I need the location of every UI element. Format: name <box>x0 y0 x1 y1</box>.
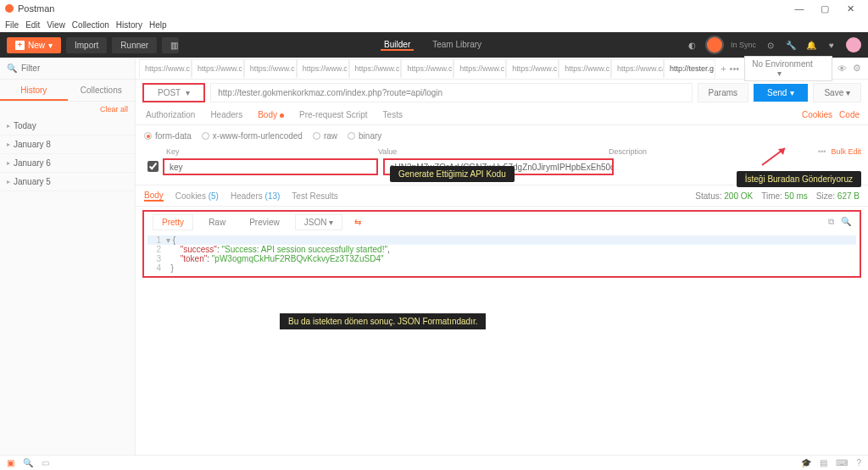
request-tab[interactable]: https://www.c <box>349 59 402 78</box>
viewer-preview[interactable]: Preview <box>241 215 288 229</box>
bootcamp-icon[interactable]: 🎓 <box>801 458 811 467</box>
menubar: File Edit View Collection History Help <box>0 17 868 32</box>
history-group[interactable]: ▸January 8 <box>0 135 135 154</box>
chevron-right-icon: ▸ <box>7 159 10 167</box>
key-input[interactable]: key <box>163 158 378 175</box>
request-tab[interactable]: https://www.c <box>192 59 244 78</box>
request-url-input[interactable] <box>210 83 692 102</box>
search-icon: 🔍 <box>7 64 17 73</box>
resp-tab-cookies[interactable]: Cookies (5) <box>175 191 219 201</box>
col-description: Description <box>609 147 818 156</box>
radio-raw[interactable]: raw <box>313 131 337 141</box>
response-body[interactable]: 1▾ { 2 "success": "Success: API session … <box>142 232 861 278</box>
sidebar-toggle-icon[interactable]: ▣ <box>7 458 14 467</box>
open-button[interactable]: ▥ <box>162 37 179 53</box>
subtab-headers[interactable]: Headers <box>209 110 244 119</box>
viewer-format-select[interactable]: JSON ▾ <box>295 214 342 230</box>
history-group[interactable]: ▸January 5 <box>0 173 135 191</box>
description-input[interactable] <box>614 165 861 169</box>
sidebar-tab-collections[interactable]: Collections <box>68 80 136 101</box>
history-group-today[interactable]: ▸Today <box>0 117 135 135</box>
chevron-down-icon: ▾ <box>777 69 782 78</box>
resp-tab-headers[interactable]: Headers (13) <box>231 191 280 201</box>
menu-collection[interactable]: Collection <box>72 20 109 30</box>
viewer-pretty[interactable]: Pretty <box>153 214 193 230</box>
more-icon[interactable]: ••• <box>818 147 826 156</box>
environment-select[interactable]: No Environment ▾ <box>744 56 832 81</box>
settings-icon[interactable]: 🔧 <box>785 39 797 51</box>
quicklook-icon[interactable]: 👁 <box>837 62 847 75</box>
help-icon[interactable]: ? <box>856 458 861 467</box>
status-label: Status: <box>695 191 721 201</box>
tab-builder[interactable]: Builder <box>381 40 414 51</box>
add-tab-button[interactable]: + <box>721 64 726 74</box>
bulk-edit-link[interactable]: Bulk Edit <box>831 147 861 156</box>
menu-file[interactable]: File <box>5 20 19 30</box>
http-method-select[interactable]: POST ▾ <box>142 83 205 102</box>
clear-all-link[interactable]: Clear all <box>0 102 135 117</box>
wrap-lines-icon[interactable]: ⇆ <box>354 218 361 227</box>
subtab-authorization[interactable]: Authorization <box>144 110 197 119</box>
subtab-tests[interactable]: Tests <box>381 110 404 119</box>
sidebar: 🔍 History Collections Clear all ▸Today ▸… <box>0 58 136 455</box>
request-tab[interactable]: https://www.c <box>506 59 559 78</box>
viewer-raw[interactable]: Raw <box>200 215 234 229</box>
subtab-body[interactable]: Body <box>256 110 286 119</box>
request-tab[interactable]: https://www.c <box>297 59 349 78</box>
code-link[interactable]: Code <box>839 110 860 119</box>
runner-button[interactable]: Runner <box>112 37 157 53</box>
fold-icon[interactable]: ▾ <box>166 235 170 245</box>
sidebar-tab-history[interactable]: History <box>0 80 68 101</box>
filter-input[interactable] <box>21 64 129 73</box>
search-response-icon[interactable]: 🔍 <box>841 217 851 227</box>
menu-help[interactable]: Help <box>149 20 167 30</box>
sync-icon[interactable]: ◐ <box>687 39 698 51</box>
menu-history[interactable]: History <box>116 20 142 30</box>
save-button[interactable]: Save ▾ <box>813 83 861 102</box>
find-icon[interactable]: 🔍 <box>23 458 33 467</box>
subtab-prerequest[interactable]: Pre-request Script <box>298 110 370 119</box>
statusbar: ▣ 🔍 ▭ 🎓 ▤ ⌨ ? <box>0 455 868 470</box>
history-group[interactable]: ▸January 6 <box>0 154 135 173</box>
copy-icon[interactable]: ⧉ <box>828 217 834 227</box>
params-button[interactable]: Params <box>698 83 748 102</box>
resp-tab-body[interactable]: Body <box>144 191 164 202</box>
radio-urlencoded[interactable]: x-www-form-urlencoded <box>202 131 303 141</box>
console-icon[interactable]: ▭ <box>42 458 49 467</box>
cookies-link[interactable]: Cookies <box>802 110 832 119</box>
radio-binary[interactable]: binary <box>348 131 381 141</box>
request-tab[interactable]: https://www.carme <box>611 59 664 78</box>
send-button[interactable]: Send▾ <box>754 84 808 102</box>
resp-tab-tests[interactable]: Test Results <box>292 191 337 201</box>
minimize-button[interactable]: — <box>787 3 812 14</box>
heart-icon[interactable]: ♥ <box>826 39 837 51</box>
request-tab[interactable]: https://www.c <box>453 59 506 78</box>
sync-label: In Sync <box>731 41 756 49</box>
row-checkbox[interactable] <box>147 161 159 172</box>
close-button[interactable]: ✕ <box>837 3 863 14</box>
tab-team-library[interactable]: Team Library <box>429 40 485 51</box>
chevron-down-icon: ▾ <box>846 88 850 97</box>
notifications-icon[interactable]: 🔔 <box>805 39 817 51</box>
layout-icon[interactable]: ▤ <box>820 458 827 467</box>
request-tab[interactable]: https://www.c <box>244 59 297 78</box>
user-avatar[interactable] <box>846 37 861 53</box>
maximize-button[interactable]: ▢ <box>812 3 837 14</box>
request-tab-active[interactable]: http://tester.g <box>664 59 715 78</box>
tabs-menu-button[interactable]: ••• <box>730 64 740 74</box>
menu-edit[interactable]: Edit <box>25 20 40 30</box>
request-tab[interactable]: https://www.c <box>139 59 192 78</box>
chevron-right-icon: ▸ <box>7 122 10 130</box>
request-tab[interactable]: https://www.c <box>401 59 453 78</box>
annotation-generate: Generate Ettiğimiz API Kodu <box>390 166 515 182</box>
new-button[interactable]: + New ▾ <box>7 37 61 53</box>
manage-env-icon[interactable]: ⚙ <box>852 62 861 75</box>
import-button[interactable]: Import <box>66 37 107 53</box>
capture-icon[interactable]: ⊙ <box>765 39 776 51</box>
request-tab[interactable]: https://www.c <box>559 59 611 78</box>
sync-avatar[interactable] <box>707 37 722 53</box>
radio-form-data[interactable]: form-data <box>144 131 192 141</box>
keyboard-icon[interactable]: ⌨ <box>836 458 848 467</box>
menu-view[interactable]: View <box>47 20 65 30</box>
new-button-label: New <box>28 41 45 50</box>
